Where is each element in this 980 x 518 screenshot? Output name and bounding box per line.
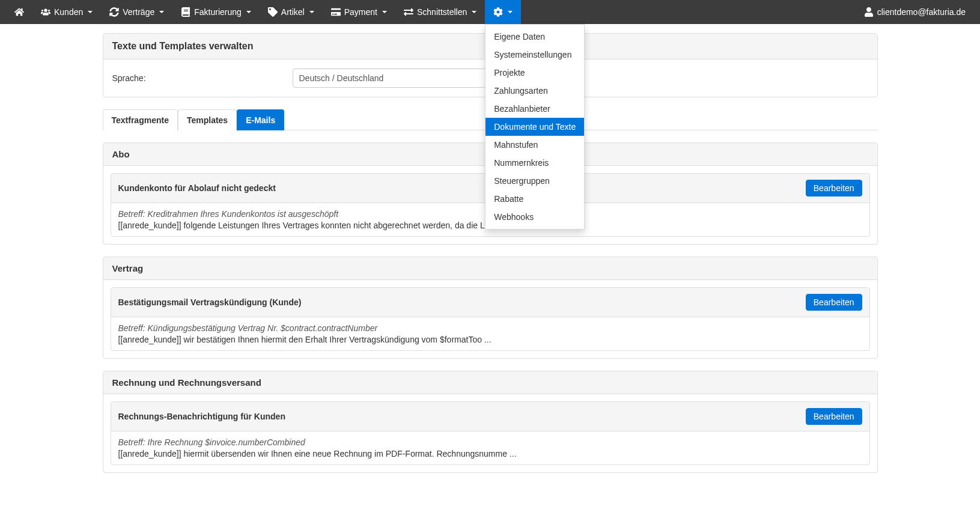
caret-down-icon [246,11,251,13]
nav-label: Kunden [54,7,83,17]
settings-menu-item[interactable]: Zahlungsarten [485,82,584,100]
nav-user[interactable]: clientdemo@fakturia.de [856,0,974,24]
nav-left: Kunden Verträge Fakturierung Artikel Pay… [6,0,521,24]
settings-menu-item[interactable]: Rabatte [485,190,584,208]
users-icon [41,7,50,17]
settings-menu-item[interactable]: Systemeinstellungen [485,46,584,64]
navbar: Kunden Verträge Fakturierung Artikel Pay… [0,0,980,24]
settings-menu-item[interactable]: Nummernkreis [485,154,584,172]
section-heading: Rechnung und Rechnungsversand [103,371,877,394]
settings-menu-item[interactable]: Projekte [485,64,584,82]
nav-label: Verträge [123,7,154,17]
nav-payment[interactable]: Payment [323,0,395,24]
section-body: Bestätigungsmail Vertragskündigung (Kund… [103,280,877,358]
refresh-icon [109,7,119,17]
language-label: Sprache: [112,73,281,83]
nav-vertraege[interactable]: Verträge [101,0,172,24]
template-head: Rechnungs-Benachrichtigung für KundenBea… [111,402,869,431]
nav-kunden[interactable]: Kunden [32,0,101,24]
tag-icon [268,7,278,17]
nav-label: Artikel [281,7,305,17]
settings-menu-item[interactable]: Eigene Daten [485,28,584,46]
nav-fakturierung[interactable]: Fakturierung [172,0,260,24]
tab-e-mails[interactable]: E-Mails [237,109,284,130]
home-icon [14,7,24,17]
caret-down-icon [508,11,513,13]
template-body: Betreff: Kündigungsbestätigung Vertrag N… [111,317,869,350]
settings-menu-item[interactable]: Webhooks [485,208,584,226]
template-subject: Betreff: Kündigungsbestätigung Vertrag N… [118,323,862,333]
user-email: clientdemo@fakturia.de [877,7,966,17]
template-item: Rechnungs-Benachrichtigung für KundenBea… [111,401,870,465]
template-preview: [[anrede_kunde]] wir bestätigen Ihnen hi… [118,335,862,344]
template-item: Bestätigungsmail Vertragskündigung (Kund… [111,287,870,351]
section-panel: VertragBestätigungsmail Vertragskündigun… [103,257,878,359]
section-body: Rechnungs-Benachrichtigung für KundenBea… [103,394,877,472]
book-icon [181,7,190,17]
caret-down-icon [159,11,164,13]
settings-menu-item[interactable]: Steuergruppen [485,172,584,190]
credit-card-icon [331,7,341,17]
template-title: Bestätigungsmail Vertragskündigung (Kund… [118,297,302,307]
tab-textfragmente[interactable]: Textfragmente [103,109,178,130]
section-heading: Vertrag [103,257,877,280]
template-title: Rechnungs-Benachrichtigung für Kunden [118,412,285,421]
user-icon [864,7,874,17]
edit-button[interactable]: Bearbeiten [806,294,862,311]
template-head: Bestätigungsmail Vertragskündigung (Kund… [111,288,869,317]
nav-home[interactable] [6,0,32,24]
tab-templates[interactable]: Templates [178,109,237,130]
template-title: Kundenkonto für Abolauf nicht gedeckt [118,183,276,193]
caret-down-icon [88,11,93,13]
template-subject: Betreff: Ihre Rechnung $invoice.numberCo… [118,437,862,447]
nav-label: Fakturierung [194,7,242,17]
exchange-icon [404,7,413,17]
caret-down-icon [309,11,314,13]
caret-down-icon [472,11,476,13]
settings-menu-item[interactable]: Mahnstufen [485,136,584,154]
settings-dropdown: Eigene DatenSystemeinstellungenProjekteZ… [485,24,585,230]
language-select[interactable]: Deutsch / Deutschland [293,69,491,88]
section-panel: Rechnung und RechnungsversandRechnungs-B… [103,371,878,473]
nav-label: Payment [344,7,377,17]
settings-menu-item[interactable]: Dokumente und Texte [485,118,584,136]
nav-settings[interactable]: Eigene DatenSystemeinstellungenProjekteZ… [485,0,521,24]
caret-down-icon [382,11,387,13]
nav-label: Schnittstellen [417,7,467,17]
edit-button[interactable]: Bearbeiten [806,180,862,197]
gear-icon [493,7,503,17]
template-preview: [[anrede_kunde]] hiermit übersenden wir … [118,449,862,459]
template-body: Betreff: Ihre Rechnung $invoice.numberCo… [111,431,869,465]
nav-artikel[interactable]: Artikel [260,0,323,24]
edit-button[interactable]: Bearbeiten [806,408,862,425]
nav-right: clientdemo@fakturia.de [856,0,974,24]
nav-schnittstellen[interactable]: Schnittstellen [395,0,485,24]
settings-menu-item[interactable]: Bezahlanbieter [485,100,584,118]
